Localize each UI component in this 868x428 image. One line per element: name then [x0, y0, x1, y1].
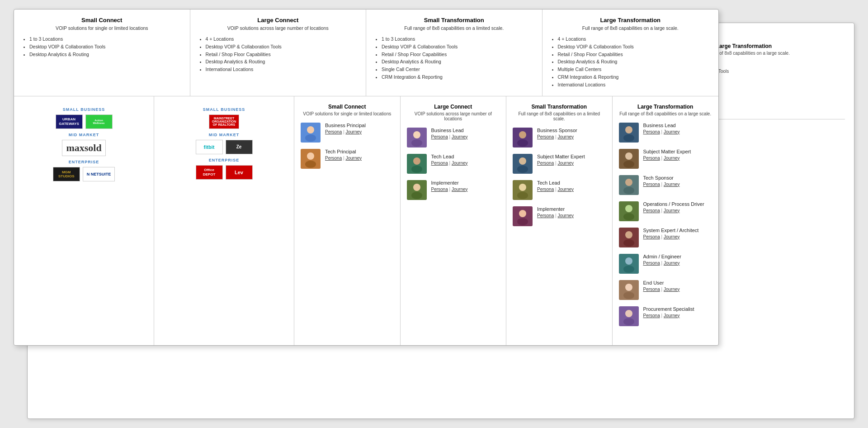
logo-row-ent2: OfficeDEPOT Lev — [160, 165, 288, 180]
journey-link-sme-lt[interactable]: Journey — [664, 156, 680, 161]
persona-end-user-lt-info: End User Persona | Journey — [643, 280, 680, 292]
persona-link-bl-lc[interactable]: Persona — [431, 134, 448, 139]
avatar-sme-st — [513, 154, 533, 174]
svg-point-22 — [519, 184, 526, 191]
persona-sys-architect-lt-info: System Expert / Architect Persona | Jour… — [643, 228, 699, 239]
journey-link-tl-lc[interactable]: Journey — [452, 161, 468, 166]
journey-link-opd-lt[interactable]: Journey — [664, 208, 680, 213]
persona-link-ts-lt[interactable]: Persona — [643, 182, 660, 187]
svg-point-32 — [623, 161, 634, 168]
persona-link-sa-lt[interactable]: Persona — [643, 234, 660, 239]
svg-point-38 — [623, 213, 634, 220]
avatar-admin-engineer-lt — [619, 254, 639, 274]
action-wellness-logo-front: ActionWellness — [85, 114, 113, 129]
svg-point-19 — [519, 157, 526, 165]
persona-sys-architect-lt: System Expert / Architect Persona | Jour… — [619, 228, 712, 247]
persona-implementer-lc: Implementer Persona | Journey — [407, 180, 500, 200]
persona-link-opd-lt[interactable]: Persona — [643, 208, 660, 213]
journey-link-eu-lt[interactable]: Journey — [664, 287, 680, 292]
journey-link-bl-lc[interactable]: Journey — [452, 134, 468, 139]
svg-point-2 — [305, 134, 316, 142]
journey-link-ps-lt[interactable]: Journey — [664, 313, 680, 318]
journey-link-bl-lt[interactable]: Journey — [664, 129, 680, 134]
persona-link-sme-st[interactable]: Persona — [537, 161, 554, 166]
journey-link-imp-st[interactable]: Journey — [557, 213, 574, 218]
mgm-logo-front: MGMSTUDIOS — [53, 167, 80, 181]
journey-link-sa-lt[interactable]: Journey — [664, 234, 680, 239]
journey-link-bp[interactable]: Journey — [345, 129, 362, 134]
journey-link-ts-lt[interactable]: Journey — [664, 182, 680, 187]
persona-business-principal: Business Principal Persona | Journey — [301, 123, 394, 143]
svg-point-35 — [623, 187, 634, 194]
front-col2-sub: VOIP solutions across large number of lo… — [198, 25, 358, 31]
persona-business-sponsor-st-name: Business Sponsor — [537, 128, 577, 133]
persona-sme-st-name: Subject Matter Expert — [537, 154, 585, 159]
persona-link-eu-lt[interactable]: Persona — [643, 287, 660, 292]
persona-tech-lead-st-info: Tech Lead Persona | Journey — [537, 180, 574, 192]
svg-point-28 — [625, 126, 632, 133]
persona-sme-st: Subject Matter Expert Persona | Journey — [513, 154, 606, 174]
persona-ops-driver-lt-name: Operations / Process Driver — [643, 201, 704, 207]
journey-link-bs-st[interactable]: Journey — [557, 134, 574, 139]
svg-point-11 — [411, 166, 422, 173]
persona-business-lead-lc-name: Business Lead — [431, 128, 468, 133]
svg-point-41 — [623, 239, 634, 247]
persona-tech-lead-lc-info: Tech Lead Persona | Journey — [431, 154, 468, 166]
persona-business-principal-info: Business Principal Persona | Journey — [325, 123, 366, 134]
persona-business-lead-lc-info: Business Lead Persona | Journey — [431, 128, 468, 139]
journey-link-sme-st[interactable]: Journey — [557, 161, 574, 166]
svg-point-43 — [625, 257, 632, 265]
front-panel: Small Connect VOIP solutions for single … — [14, 9, 719, 346]
journey-link-tp[interactable]: Journey — [345, 156, 362, 161]
persona-link-tl-st[interactable]: Persona — [537, 187, 554, 192]
persona-link-imp-lc[interactable]: Persona — [431, 187, 448, 192]
persona-tech-principal-name: Tech Principal — [325, 149, 362, 154]
persona-sys-architect-lt-name: System Expert / Architect — [643, 228, 699, 233]
avatar-implementer-lc — [407, 180, 427, 200]
svg-point-5 — [305, 161, 316, 168]
persona-procurement-lt-links: Persona | Journey — [643, 313, 694, 318]
persona-tech-lead-st-name: Tech Lead — [537, 180, 574, 185]
persona-link-bs-st[interactable]: Persona — [537, 134, 554, 139]
logo-row-mm2: fitbit Ze — [160, 140, 288, 154]
journey-link-tl-st[interactable]: Journey — [557, 187, 574, 192]
avatar-business-lead-lc — [407, 128, 427, 147]
svg-point-16 — [519, 131, 526, 138]
persona-tech-sponsor-lt: Tech Sponsor Persona | Journey — [619, 175, 712, 195]
persona-sme-lt-info: Subject Matter Expert Persona | Journey — [643, 149, 691, 161]
avatar-business-sponsor-st — [513, 128, 533, 147]
persona-sme-lt-name: Subject Matter Expert — [643, 149, 691, 154]
persona-admin-engineer-lt: Admin / Engineer Persona | Journey — [619, 254, 712, 274]
persona-link-bp[interactable]: Persona — [325, 129, 342, 134]
journey-link-imp-lc[interactable]: Journey — [452, 187, 468, 192]
persona-procurement-lt-name: Procurement Specialist — [643, 306, 694, 312]
journey-link-ae-lt[interactable]: Journey — [664, 261, 680, 266]
persona-admin-engineer-lt-links: Persona | Journey — [643, 261, 681, 266]
persona-business-sponsor-st-links: Persona | Journey — [537, 134, 577, 139]
front-col4: Large Transformation Full range of 8x8 c… — [542, 10, 719, 96]
svg-point-8 — [411, 139, 422, 147]
persona-link-bl-lt[interactable]: Persona — [643, 129, 660, 134]
front-col3: Small Transformation Full range of 8x8 c… — [366, 10, 542, 96]
persona-ops-driver-lt: Operations / Process Driver Persona | Jo… — [619, 201, 712, 221]
persona-link-ps-lt[interactable]: Persona — [643, 313, 660, 318]
front-col3-sub: Full range of 8x8 capabilities on a limi… — [374, 25, 534, 31]
office-depot-logo-front: OfficeDEPOT — [196, 165, 223, 180]
persona-tech-principal-info: Tech Principal Persona | Journey — [325, 149, 362, 161]
persona-link-tp[interactable]: Persona — [325, 156, 342, 161]
logo-row-sb1: URBANGATEWAYS ActionWellness — [20, 114, 147, 129]
persona-link-sme-lt[interactable]: Persona — [643, 156, 660, 161]
svg-point-37 — [625, 205, 632, 212]
persona-tech-sponsor-lt-links: Persona | Journey — [643, 182, 680, 187]
persona-sme-st-links: Persona | Journey — [537, 161, 585, 166]
persona-col-lc-sub: VOIP solutions across large number of lo… — [407, 111, 500, 121]
persona-business-lead-lc: Business Lead Persona | Journey — [407, 128, 500, 147]
persona-link-imp-st[interactable]: Persona — [537, 213, 554, 218]
small-biz-label-1: SMALL BUSINESS — [20, 107, 147, 112]
persona-link-ae-lt[interactable]: Persona — [643, 261, 660, 266]
enterprise-label-1: ENTERPRISE — [20, 160, 147, 164]
avatar-end-user-lt — [619, 280, 639, 300]
svg-point-14 — [411, 192, 422, 199]
persona-link-tl-lc[interactable]: Persona — [431, 161, 448, 166]
front-col3-list: 1 to 3 Locations Desktop VOIP & Collabor… — [374, 35, 534, 81]
